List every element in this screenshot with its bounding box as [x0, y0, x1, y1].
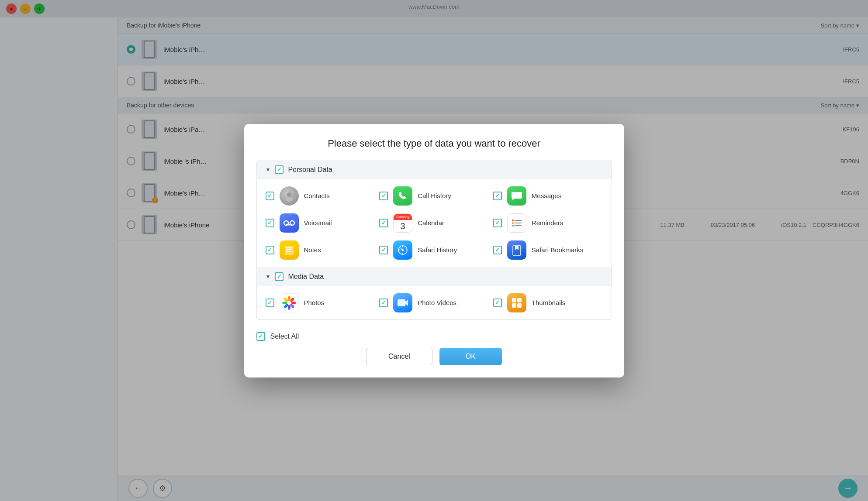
svg-rect-12 — [286, 247, 292, 248]
svg-rect-14 — [286, 251, 290, 252]
data-item-safari-history: ✓ Safari History — [379, 240, 489, 260]
media-data-grid: ✓ — [257, 286, 612, 319]
call-history-checkbox[interactable]: ✓ — [379, 192, 388, 200]
messages-checkbox[interactable]: ✓ — [493, 192, 502, 200]
photo-videos-label: Photo Videos — [418, 299, 456, 306]
contacts-icon — [280, 186, 299, 206]
data-item-calendar: ✓ Sunday 3 Calendar — [379, 213, 489, 233]
svg-rect-29 — [512, 303, 516, 308]
data-item-contacts: ✓ Contacts — [266, 186, 375, 206]
contacts-label: Contacts — [304, 192, 330, 199]
data-item-photo-videos: ✓ Photo Videos — [379, 293, 489, 312]
media-collapse-arrow[interactable]: ▼ — [266, 274, 271, 280]
modal-overlay: Please select the type of data you want … — [0, 0, 868, 501]
thumbnails-icon — [507, 293, 526, 312]
calendar-label: Calendar — [418, 219, 444, 226]
contacts-checkbox[interactable]: ✓ — [266, 192, 274, 200]
personal-data-header: ▼ ✓ Personal Data — [257, 160, 612, 179]
svg-rect-27 — [512, 298, 516, 302]
notes-checkbox[interactable]: ✓ — [266, 246, 274, 254]
safari-history-label: Safari History — [418, 246, 457, 254]
calendar-checkbox[interactable]: ✓ — [379, 219, 388, 227]
data-item-call-history: ✓ Call History — [379, 186, 489, 206]
data-item-photos: ✓ — [266, 293, 375, 312]
photos-checkbox[interactable]: ✓ — [266, 299, 274, 307]
svg-point-22 — [288, 305, 290, 310]
data-item-notes: ✓ Notes — [266, 240, 375, 260]
svg-rect-13 — [286, 249, 291, 250]
collapse-arrow[interactable]: ▼ — [266, 167, 271, 173]
reminders-label: Reminders — [532, 219, 564, 226]
modal-dialog: Please select the type of data you want … — [244, 124, 624, 377]
svg-rect-10 — [515, 225, 522, 226]
calendar-icon: Sunday 3 — [393, 213, 412, 233]
photos-label: Photos — [304, 299, 325, 306]
cancel-button[interactable]: Cancel — [366, 348, 432, 365]
svg-rect-8 — [515, 223, 522, 223]
select-all-checkbox[interactable]: ✓ — [256, 332, 265, 341]
svg-rect-26 — [398, 299, 405, 306]
reminders-icon — [507, 213, 526, 233]
media-data-checkbox[interactable]: ✓ — [275, 272, 284, 281]
call-history-label: Call History — [418, 192, 451, 199]
notes-icon — [280, 240, 299, 260]
thumbnails-checkbox[interactable]: ✓ — [493, 299, 502, 307]
safari-history-icon — [393, 240, 412, 260]
personal-data-title: Personal Data — [288, 166, 332, 174]
svg-rect-30 — [517, 303, 522, 308]
svg-point-9 — [512, 225, 514, 226]
svg-rect-28 — [517, 298, 522, 302]
ok-button[interactable]: OK — [439, 348, 502, 365]
select-all-label: Select All — [270, 333, 299, 340]
svg-rect-11 — [285, 246, 294, 255]
data-item-messages: ✓ Messages — [493, 186, 603, 206]
svg-rect-6 — [515, 220, 522, 221]
data-panel: ▼ ✓ Personal Data ✓ — [256, 160, 612, 320]
media-data-header: ▼ ✓ Media Data — [257, 267, 612, 286]
personal-data-checkbox[interactable]: ✓ — [275, 165, 284, 174]
voicemail-checkbox[interactable]: ✓ — [266, 219, 274, 227]
thumbnails-label: Thumbnails — [532, 299, 566, 306]
photos-icon — [280, 293, 299, 312]
notes-label: Notes — [304, 246, 321, 254]
svg-point-24 — [282, 302, 287, 304]
reminders-checkbox[interactable]: ✓ — [493, 219, 502, 227]
safari-bookmarks-label: Safari Bookmarks — [532, 246, 583, 254]
media-data-title: Media Data — [288, 273, 324, 281]
messages-icon — [507, 186, 526, 206]
personal-data-grid: ✓ Contacts ✓ — [257, 179, 612, 267]
svg-rect-4 — [286, 224, 292, 226]
data-item-voicemail: ✓ Voicemail — [266, 213, 375, 233]
svg-point-0 — [287, 192, 291, 197]
photo-videos-checkbox[interactable]: ✓ — [379, 299, 388, 307]
data-item-thumbnails: ✓ Thumbnails — [493, 293, 603, 312]
svg-point-20 — [291, 302, 296, 304]
call-history-icon — [393, 186, 412, 206]
modal-title: Please select the type of data you want … — [256, 138, 612, 149]
voicemail-label: Voicemail — [304, 219, 332, 226]
voicemail-icon — [280, 213, 299, 233]
svg-point-7 — [512, 222, 514, 224]
modal-buttons: Cancel OK — [256, 348, 612, 365]
svg-point-1 — [286, 197, 293, 202]
safari-bookmarks-icon — [507, 240, 526, 260]
messages-label: Messages — [532, 192, 561, 199]
select-all-row: ✓ Select All — [256, 329, 612, 348]
safari-history-checkbox[interactable]: ✓ — [379, 246, 388, 254]
safari-bookmarks-checkbox[interactable]: ✓ — [493, 246, 502, 254]
photo-videos-icon — [393, 293, 412, 312]
svg-point-5 — [512, 220, 514, 221]
data-item-safari-bookmarks: ✓ Safari Bookmarks — [493, 240, 603, 260]
svg-point-18 — [288, 296, 290, 301]
data-item-reminders: ✓ Reminders — [493, 213, 603, 233]
